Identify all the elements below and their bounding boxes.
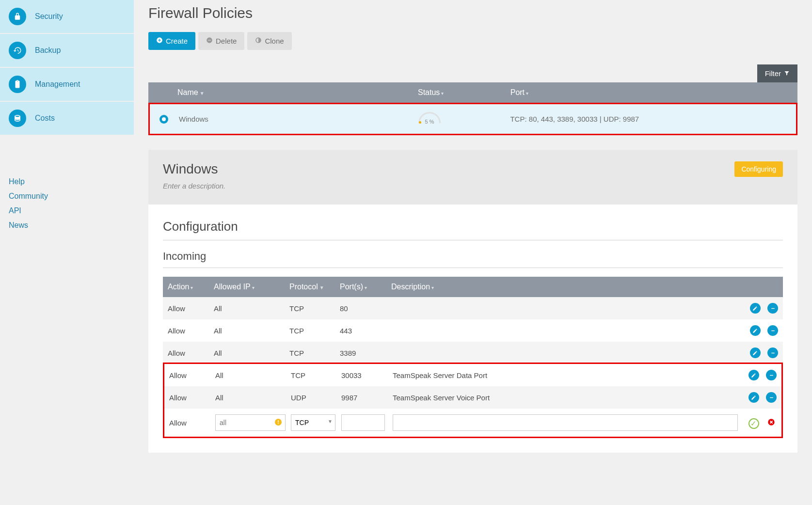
create-button[interactable]: Create xyxy=(148,32,195,50)
policy-detail-panel: Windows Enter a description. Configuring xyxy=(148,150,797,205)
cancel-icon[interactable] xyxy=(766,417,777,427)
col-header-status[interactable]: Status▾ xyxy=(418,88,510,97)
remove-icon[interactable] xyxy=(767,325,778,336)
edit-icon[interactable] xyxy=(748,392,759,403)
rule-ip: All xyxy=(214,327,289,335)
confirm-icon[interactable]: ✓ xyxy=(748,418,759,429)
detail-description-placeholder[interactable]: Enter a description. xyxy=(163,182,783,190)
sidebar-item-label: Security xyxy=(35,12,63,21)
rules-table: Action▾ Allowed IP▾ Protocol▼ Port(s)▾ D… xyxy=(163,277,783,438)
detail-title: Windows xyxy=(163,161,783,177)
sidebar-link-api[interactable]: API xyxy=(9,204,125,218)
incoming-title: Incoming xyxy=(163,250,783,268)
edit-icon[interactable] xyxy=(748,370,759,380)
rule-row: Allow All TCP 3389 xyxy=(163,342,783,364)
lock-icon xyxy=(9,8,26,25)
sidebar: Security Backup Management Costs Help Co… xyxy=(0,0,134,505)
warning-icon: ! xyxy=(275,419,282,426)
col-header-ports[interactable]: Port(s)▾ xyxy=(340,283,391,291)
status-badge: Configuring xyxy=(734,161,783,177)
toolbar: Create Delete Clone xyxy=(148,32,797,50)
rule-description: TeamSpeak Server Voice Port xyxy=(393,394,738,402)
rule-action: Allow xyxy=(168,304,214,313)
rule-ip: All xyxy=(215,371,291,379)
policy-name: Windows xyxy=(179,115,418,123)
svg-rect-4 xyxy=(771,308,774,308)
svg-rect-6 xyxy=(771,352,774,353)
sidebar-item-management[interactable]: Management xyxy=(0,68,134,101)
rule-protocol: TCP xyxy=(289,327,340,335)
rule-ports: 80 xyxy=(340,304,391,313)
svg-rect-5 xyxy=(771,330,774,331)
rule-ports: 443 xyxy=(340,327,391,335)
caret-down-icon: ▾ xyxy=(441,91,444,96)
radio-selected-icon[interactable] xyxy=(159,115,168,124)
sidebar-item-backup[interactable]: Backup xyxy=(0,34,134,67)
rule-ip: All xyxy=(214,304,289,313)
sidebar-link-help[interactable]: Help xyxy=(9,174,125,189)
new-rule-action: Allow xyxy=(169,419,215,427)
rule-ip: All xyxy=(214,349,289,357)
ports-input[interactable] xyxy=(341,414,385,431)
sidebar-item-security[interactable]: Security xyxy=(0,0,134,33)
description-input[interactable] xyxy=(393,414,738,431)
caret-down-icon: ▾ xyxy=(191,285,193,290)
rule-description: TeamSpeak Server Data Port xyxy=(393,371,738,379)
policies-table-header: Name▼ Status▾ Port▾ xyxy=(148,82,797,103)
rule-protocol: UDP xyxy=(291,394,341,402)
sidebar-item-label: Management xyxy=(35,80,80,89)
caret-down-icon: ▾ xyxy=(252,285,255,290)
delete-button[interactable]: Delete xyxy=(198,32,244,50)
rule-ports: 3389 xyxy=(340,349,391,357)
rule-action: Allow xyxy=(168,327,214,335)
caret-down-icon: ▾ xyxy=(365,285,367,290)
configuration-title: Configuration xyxy=(163,219,783,240)
svg-rect-2 xyxy=(208,40,211,40)
edit-icon[interactable] xyxy=(750,325,761,336)
remove-icon[interactable] xyxy=(766,392,777,403)
caret-down-icon: ▾ xyxy=(431,285,434,290)
sidebar-link-news[interactable]: News xyxy=(9,218,125,233)
caret-down-icon: ▼ xyxy=(319,285,324,290)
rule-ip: All xyxy=(215,394,291,402)
remove-icon[interactable] xyxy=(767,303,778,314)
rule-row: Allow All TCP 80 xyxy=(163,297,783,319)
col-header-protocol[interactable]: Protocol▼ xyxy=(289,283,340,291)
rule-row: Allow All TCP 30033 TeamSpeak Server Dat… xyxy=(164,364,781,386)
rule-row: Allow All TCP 443 xyxy=(163,319,783,342)
clone-icon xyxy=(255,37,262,45)
new-rule-row: Allow ! ▼ xyxy=(164,409,781,437)
chevron-down-icon: ▼ xyxy=(328,419,333,424)
plus-circle-icon xyxy=(156,37,163,45)
rule-ports: 30033 xyxy=(341,371,393,379)
page-title: Firewall Policies xyxy=(148,5,797,21)
svg-rect-8 xyxy=(770,397,773,397)
caret-down-icon: ▾ xyxy=(526,91,528,96)
edit-icon[interactable] xyxy=(750,303,761,314)
filter-button[interactable]: Filter xyxy=(757,64,797,82)
policies-table-row[interactable]: Windows 5 % TCP: 80, 443, 3389, 30033 | … xyxy=(148,103,797,135)
sidebar-links: Help Community API News xyxy=(0,136,134,241)
sidebar-item-label: Backup xyxy=(35,46,61,55)
col-header-port[interactable]: Port▾ xyxy=(510,88,788,97)
rule-ports: 9987 xyxy=(341,394,393,402)
col-header-allowed-ip[interactable]: Allowed IP▾ xyxy=(214,283,289,291)
sidebar-item-costs[interactable]: Costs xyxy=(0,102,134,135)
sidebar-link-community[interactable]: Community xyxy=(9,189,125,204)
status-gauge: 5 % xyxy=(418,112,443,125)
svg-rect-7 xyxy=(770,375,773,375)
remove-icon[interactable] xyxy=(766,370,777,380)
rule-row: Allow All UDP 9987 TeamSpeak Server Voic… xyxy=(164,386,781,409)
clone-button[interactable]: Clone xyxy=(247,32,291,50)
minus-circle-icon xyxy=(206,37,213,45)
rule-protocol: TCP xyxy=(289,349,340,357)
rule-protocol: TCP xyxy=(291,371,341,379)
remove-icon[interactable] xyxy=(767,347,778,358)
caret-down-icon: ▼ xyxy=(200,91,205,96)
sidebar-item-label: Costs xyxy=(35,114,55,123)
col-header-action[interactable]: Action▾ xyxy=(168,283,214,291)
col-header-description[interactable]: Description▾ xyxy=(391,283,739,291)
col-header-name[interactable]: Name▼ xyxy=(177,88,418,97)
policies-table: Name▼ Status▾ Port▾ Windows 5 % TCP: 80,… xyxy=(148,82,797,135)
edit-icon[interactable] xyxy=(750,347,761,358)
